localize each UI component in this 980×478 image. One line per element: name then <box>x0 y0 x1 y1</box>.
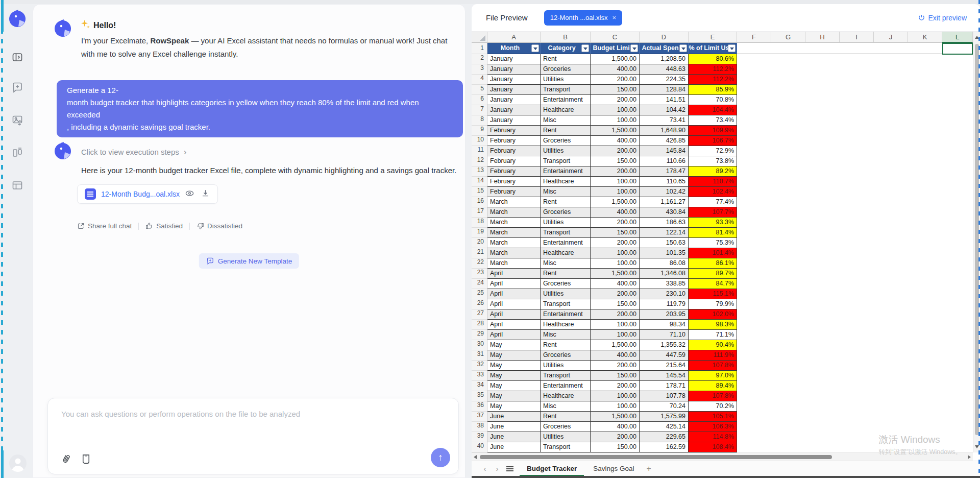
cell[interactable]: 200.00 <box>591 95 640 105</box>
cell[interactable]: Rent <box>541 126 591 136</box>
chat-input[interactable]: You can ask questions or perform operati… <box>47 398 459 474</box>
cell[interactable]: 145.84 <box>640 146 689 156</box>
cell[interactable]: 200.00 <box>591 432 640 442</box>
cell[interactable]: 1,355.32 <box>640 340 689 350</box>
cell[interactable]: Entertainment <box>541 309 591 320</box>
cell[interactable]: 72.9% <box>689 146 737 156</box>
empty-cells[interactable] <box>737 228 973 238</box>
cell[interactable]: January <box>487 105 541 115</box>
empty-cells[interactable] <box>737 330 973 340</box>
cell[interactable]: February <box>487 177 541 187</box>
cell[interactable]: February <box>487 156 541 166</box>
cell[interactable]: Groceries <box>541 279 591 289</box>
cell[interactable]: 178.71 <box>640 381 689 391</box>
cell[interactable]: March <box>487 248 541 258</box>
cell[interactable]: 106.7% <box>689 136 737 146</box>
cell[interactable]: 338.85 <box>640 279 689 289</box>
cell[interactable]: January <box>487 115 541 126</box>
cell[interactable]: Healthcare <box>541 248 591 258</box>
cell[interactable]: February <box>487 126 541 136</box>
row-header-14[interactable]: 14 <box>472 177 487 187</box>
cell[interactable]: 73.41 <box>640 115 689 126</box>
generate-new-template-button[interactable]: Generate New Template <box>199 253 299 269</box>
row-header-1[interactable]: 1 <box>472 43 487 54</box>
cell[interactable]: May <box>487 371 541 381</box>
cell[interactable]: Misc <box>541 258 591 269</box>
row-header-39[interactable]: 39 <box>472 432 487 442</box>
column-header-B[interactable]: B <box>541 32 591 43</box>
cell[interactable]: 86.08 <box>640 258 689 269</box>
empty-cells[interactable] <box>737 187 973 197</box>
row-header-17[interactable]: 17 <box>472 207 487 218</box>
cell[interactable]: 100.00 <box>591 105 640 115</box>
cell[interactable]: 102.4% <box>689 187 737 197</box>
row-header-40[interactable]: 40 <box>472 442 487 452</box>
cell[interactable]: 426.85 <box>640 136 689 146</box>
empty-cells[interactable] <box>737 197 973 207</box>
row-header-21[interactable]: 21 <box>472 248 487 258</box>
filter-dropdown-icon[interactable] <box>630 44 638 52</box>
cell[interactable]: 109.9% <box>689 126 737 136</box>
cell[interactable]: Misc <box>541 187 591 197</box>
empty-cells[interactable] <box>737 207 973 218</box>
column-header-E[interactable]: E <box>689 32 737 43</box>
cell[interactable]: Groceries <box>541 136 591 146</box>
cell[interactable]: Groceries <box>541 350 591 361</box>
empty-cells[interactable] <box>737 238 973 248</box>
execution-steps-link[interactable]: Click to view execution steps› <box>81 148 186 156</box>
cell[interactable]: March <box>487 218 541 228</box>
cell[interactable]: January <box>487 95 541 105</box>
cell[interactable]: Rent <box>541 412 591 422</box>
scroll-right-arrow[interactable] <box>968 455 971 459</box>
filter-dropdown-icon[interactable] <box>728 44 736 52</box>
cell[interactable]: Groceries <box>541 422 591 432</box>
empty-cells[interactable] <box>737 258 973 269</box>
cell[interactable]: Healthcare <box>541 105 591 115</box>
cell[interactable]: 178.47 <box>640 166 689 177</box>
empty-cells[interactable] <box>737 136 973 146</box>
scroll-left-arrow[interactable] <box>474 455 477 459</box>
cell[interactable]: 230.10 <box>640 289 689 299</box>
cell[interactable]: June <box>487 432 541 442</box>
select-all-corner[interactable] <box>472 32 487 43</box>
cell[interactable]: 200.00 <box>591 238 640 248</box>
row-header-37[interactable]: 37 <box>472 412 487 422</box>
cell[interactable]: February <box>487 146 541 156</box>
empty-cells[interactable] <box>737 248 973 258</box>
cell[interactable]: 80.6% <box>689 54 737 64</box>
cell[interactable]: 101.4% <box>689 248 737 258</box>
table-header-cell[interactable]: % of Limit Us <box>689 43 737 54</box>
cell[interactable]: March <box>487 197 541 207</box>
row-header-4[interactable]: 4 <box>472 75 487 85</box>
cell[interactable]: 119.79 <box>640 299 689 309</box>
cell[interactable]: Utilities <box>541 361 591 371</box>
row-header-19[interactable]: 19 <box>472 228 487 238</box>
cell[interactable]: Healthcare <box>541 177 591 187</box>
cell[interactable]: 1,161.27 <box>640 197 689 207</box>
cell[interactable]: May <box>487 361 541 371</box>
row-header-18[interactable]: 18 <box>472 218 487 228</box>
row-header-8[interactable]: 8 <box>472 115 487 126</box>
row-header-24[interactable]: 24 <box>472 279 487 289</box>
cell[interactable]: Utilities <box>541 75 591 85</box>
row-header-2[interactable]: 2 <box>472 54 487 64</box>
cell[interactable]: 100.00 <box>591 177 640 187</box>
cell[interactable]: 112.2% <box>689 75 737 85</box>
cell[interactable]: Utilities <box>541 289 591 299</box>
sheet-tab-savings-goal[interactable]: Savings Goal <box>585 461 642 476</box>
sheet-menu-icon[interactable] <box>506 465 513 472</box>
cell[interactable]: 200.00 <box>591 361 640 371</box>
file-attachment-chip[interactable]: 12-Month Budg...oal.xlsx <box>77 184 218 204</box>
cell[interactable]: 1,500.00 <box>591 54 640 64</box>
empty-cells[interactable] <box>737 422 973 432</box>
cell[interactable]: April <box>487 320 541 330</box>
row-header-7[interactable]: 7 <box>472 105 487 115</box>
filter-dropdown-icon[interactable] <box>679 44 687 52</box>
column-header-G[interactable]: G <box>771 32 805 43</box>
column-header-A[interactable]: A <box>487 32 541 43</box>
cell[interactable]: 1,208.50 <box>640 54 689 64</box>
cell[interactable]: 1,500.00 <box>591 412 640 422</box>
cell[interactable]: 150.00 <box>591 371 640 381</box>
row-header-20[interactable]: 20 <box>472 238 487 248</box>
attach-file-icon[interactable] <box>60 453 72 467</box>
